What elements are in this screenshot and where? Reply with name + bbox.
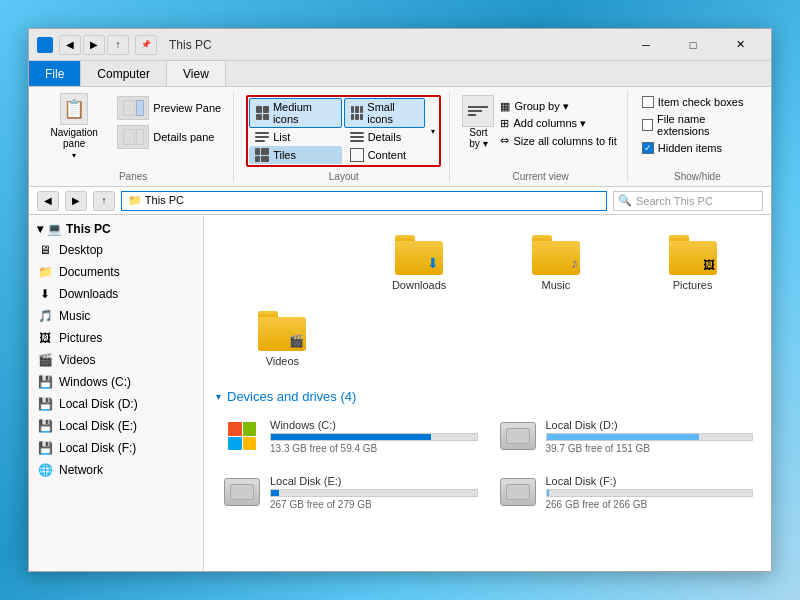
layout-highlight: Medium icons List	[246, 95, 441, 167]
size-all-button[interactable]: ⇔ Size all columns to fit	[498, 133, 618, 148]
drive-e-bar	[271, 490, 279, 496]
file-name-ext[interactable]: File name extensions	[640, 112, 755, 138]
folder-videos-name: Videos	[266, 355, 299, 367]
sidebar-item-d-drive[interactable]: 💾 Local Disk (D:)	[29, 393, 203, 415]
group-by-button[interactable]: ▦ Group by ▾	[498, 99, 618, 114]
folder-item-downloads[interactable]: ⬇ Downloads	[353, 227, 486, 299]
sidebar-item-documents[interactable]: 📁 Documents	[29, 261, 203, 283]
add-columns-label: Add columns ▾	[513, 117, 586, 130]
sidebar-item-e-drive[interactable]: 💾 Local Disk (E:)	[29, 415, 203, 437]
drive-d-free: 39.7 GB free of 151 GB	[546, 443, 754, 454]
drive-f-bar	[547, 490, 549, 496]
address-text: 📁 This PC	[128, 194, 184, 207]
hidden-items[interactable]: ✓ Hidden items	[640, 141, 755, 155]
sidebar-item-f-drive[interactable]: 💾 Local Disk (F:)	[29, 437, 203, 459]
details-icon	[350, 132, 364, 142]
sidebar-videos-label: Videos	[59, 353, 95, 367]
sidebar-d-drive-label: Local Disk (D:)	[59, 397, 138, 411]
sort-by-button[interactable]: Sort by ▾	[462, 95, 494, 149]
drive-item-c[interactable]: Windows (C:) 13.3 GB free of 59.4 GB	[216, 412, 484, 460]
folder-item-pictures[interactable]: 🖼 Pictures	[626, 227, 759, 299]
drive-e-name: Local Disk (E:)	[270, 475, 478, 487]
medium-icons-icon	[256, 106, 269, 120]
sidebar-item-c-drive[interactable]: 💾 Windows (C:)	[29, 371, 203, 393]
medium-icons-label: Medium icons	[273, 101, 335, 125]
tiles-button[interactable]: Tiles	[249, 146, 341, 164]
drive-item-e[interactable]: Local Disk (E:) 267 GB free of 279 GB	[216, 468, 484, 516]
folder-downloads-name: Downloads	[392, 279, 446, 291]
list-icon	[255, 132, 269, 142]
add-columns-button[interactable]: ⊞ Add columns ▾	[498, 116, 618, 131]
videos-icon: 🎬	[37, 352, 53, 368]
chevron-down-icon: ▾	[37, 222, 43, 236]
content-icon	[350, 148, 364, 162]
details-label: Details	[368, 131, 402, 143]
folder-item-music[interactable]: ♪ Music	[490, 227, 623, 299]
content-button[interactable]: Content	[344, 146, 426, 164]
drive-item-f[interactable]: Local Disk (F:) 266 GB free of 266 GB	[492, 468, 760, 516]
drive-d-bar-container	[546, 433, 754, 441]
sort-by-sublabel: by ▾	[469, 138, 487, 149]
item-check-boxes-checkbox[interactable]	[642, 96, 654, 108]
file-name-ext-checkbox[interactable]	[642, 119, 653, 131]
file-explorer-window: ◀ ▶ ↑ 📌 This PC ─ □ ✕ File Computer View…	[28, 28, 772, 572]
sort-by-icon	[462, 95, 494, 127]
address-up[interactable]: ↑	[93, 191, 115, 211]
pane-section: Preview Pane Details pane	[113, 91, 225, 150]
navigation-pane-dropdown[interactable]: ▾	[72, 151, 76, 160]
tab-file[interactable]: File	[29, 61, 81, 86]
sidebar-documents-label: Documents	[59, 265, 120, 279]
folder-item-videos[interactable]: 🎬 Videos	[216, 303, 349, 375]
sidebar-item-pictures[interactable]: 🖼 Pictures	[29, 327, 203, 349]
address-forward[interactable]: ▶	[65, 191, 87, 211]
sidebar-item-network[interactable]: 🌐 Network	[29, 459, 203, 481]
devices-drives-label: Devices and drives (4)	[227, 389, 356, 404]
sidebar-item-downloads[interactable]: ⬇ Downloads	[29, 283, 203, 305]
medium-icons-button[interactable]: Medium icons	[249, 98, 341, 128]
sidebar-this-pc[interactable]: ▾ 💻 This PC	[29, 219, 203, 239]
up-button[interactable]: ↑	[107, 35, 129, 55]
drive-c-name: Windows (C:)	[270, 419, 478, 431]
minimize-button[interactable]: ─	[623, 29, 669, 61]
details-button[interactable]: Details	[344, 129, 426, 145]
search-box[interactable]: 🔍 Search This PC	[613, 191, 763, 211]
maximize-button[interactable]: □	[670, 29, 716, 61]
documents-icon: 📁	[37, 264, 53, 280]
window-title: This PC	[169, 38, 617, 52]
main-area: ▾ 💻 This PC 🖥 Desktop 📁 Documents ⬇ Down…	[29, 215, 771, 571]
tab-computer[interactable]: Computer	[81, 61, 167, 86]
group-by-label: Group by ▾	[514, 100, 568, 113]
tab-view[interactable]: View	[167, 61, 226, 86]
details-pane-button[interactable]: Details pane	[113, 124, 225, 150]
navigation-pane-button[interactable]: 📋 Navigation pane ▾	[41, 91, 107, 162]
ribbon: File Computer View 📋 Navigation pane ▾	[29, 61, 771, 187]
sidebar-item-videos[interactable]: 🎬 Videos	[29, 349, 203, 371]
content-area: ⬇ Downloads ♪ Music 🖼	[204, 215, 771, 571]
item-check-boxes[interactable]: Item check boxes	[640, 95, 755, 109]
panes-group-label: Panes	[119, 169, 147, 182]
drive-item-d[interactable]: Local Disk (D:) 39.7 GB free of 151 GB	[492, 412, 760, 460]
close-button[interactable]: ✕	[717, 29, 763, 61]
address-bar: ◀ ▶ ↑ 📁 This PC 🔍 Search This PC	[29, 187, 771, 215]
preview-pane-button[interactable]: Preview Pane	[113, 95, 225, 121]
file-name-ext-label: File name extensions	[657, 113, 753, 137]
address-back[interactable]: ◀	[37, 191, 59, 211]
hidden-items-checkbox[interactable]: ✓	[642, 142, 654, 154]
layout-dropdown-button[interactable]: ▾	[427, 98, 438, 164]
current-view-group: ▦ Group by ▾ ⊞ Add columns ▾ ⇔ Size all …	[498, 95, 618, 148]
small-icons-button[interactable]: Small icons	[344, 98, 426, 128]
pin-button[interactable]: 📌	[135, 35, 157, 55]
devices-drives-header[interactable]: ▾ Devices and drives (4)	[212, 383, 763, 408]
sidebar-item-desktop[interactable]: 🖥 Desktop	[29, 239, 203, 261]
sidebar-item-music[interactable]: 🎵 Music	[29, 305, 203, 327]
drive-e-info: Local Disk (E:) 267 GB free of 279 GB	[270, 475, 478, 510]
layout-group-label: Layout	[329, 169, 359, 182]
drive-f-bar-container	[546, 489, 754, 497]
drives-grid: Windows (C:) 13.3 GB free of 59.4 GB	[212, 408, 763, 520]
drive-d-bar	[547, 434, 699, 440]
forward-button[interactable]: ▶	[83, 35, 105, 55]
address-path[interactable]: 📁 This PC	[121, 191, 607, 211]
sort-group: Sort by ▾ ▦ Group by ▾ ⊞ Add columns ▾	[458, 91, 627, 182]
list-button[interactable]: List	[249, 129, 341, 145]
back-button[interactable]: ◀	[59, 35, 81, 55]
